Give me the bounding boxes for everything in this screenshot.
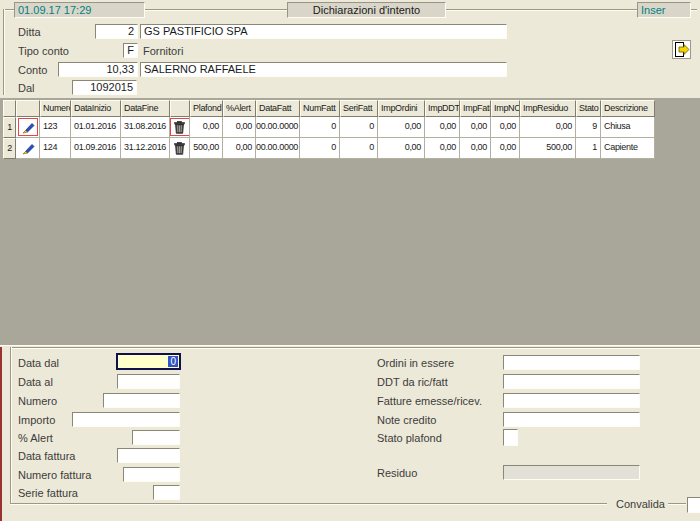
cell-stato[interactable]: 9 [576,117,601,138]
cell-descrizione[interactable]: Capiente [601,138,655,159]
filter-groupbox-bottom-border-segment [666,503,686,505]
cell-impordini[interactable]: 0,00 [378,117,425,138]
cell-datainizio[interactable]: 01.01.2016 [71,117,121,138]
col-datafatt: DataFatt [256,100,300,117]
col-impfatt: ImpFatt [460,100,491,117]
numero-label: Numero [18,395,57,407]
cell-serifatt[interactable]: 0 [340,117,378,138]
cell-plafond[interactable]: 500,00 [190,138,223,159]
note-credito-label: Note credito [377,414,436,426]
col-edit [16,100,40,117]
cell-impnc[interactable]: 0,00 [491,117,520,138]
data-fattura-input[interactable] [117,448,180,463]
tipo-conto-desc: Fornitori [143,45,183,57]
cell-impfatt[interactable]: 0,00 [460,138,491,159]
filter-groupbox-top-border [10,347,700,349]
cell-descrizione[interactable]: Chiusa [601,117,655,138]
col-alert: %Alert [223,100,256,117]
trash-icon [171,140,189,156]
numero-input[interactable] [103,393,180,408]
stato-plafond-input[interactable] [503,429,518,446]
header-groupbox-left-border [3,9,5,95]
cell-numfatt[interactable]: 0 [300,117,340,138]
col-numfatt: NumFatt [300,100,340,117]
cell-impddt[interactable]: 0,00 [425,117,460,138]
ordini-in-essere-label: Ordini in essere [377,357,454,369]
data-dal-input[interactable]: 0 [116,353,181,370]
convalida-checkbox[interactable] [687,497,700,513]
cell-datafatt[interactable]: 00.00.0000 [256,117,300,138]
col-impresiduo: ImpResiduo [520,100,576,117]
cell-datafatt[interactable]: 00.00.0000 [256,138,300,159]
col-plafond: Plafond [190,100,223,117]
cell-datafine[interactable]: 31.12.2016 [121,138,170,159]
exit-door-icon[interactable] [672,40,691,59]
table-header-row: Numero DataInizio DataFine Plafond %Aler… [3,100,655,117]
page-title: Dichiarazioni d'intento [287,2,446,18]
col-descrizione: Descrizione [601,100,655,117]
cell-impresiduo[interactable]: 500,00 [520,138,576,159]
row-number[interactable]: 1 [3,117,16,138]
timestamp: 01.09.17 17:29 [14,2,145,18]
app-window: 01.09.17 17:29 Dichiarazioni d'intento I… [0,0,700,521]
ditta-label: Ditta [18,26,41,38]
declarations-table: Numero DataInizio DataFine Plafond %Aler… [3,100,655,159]
residuo-label: Residuo [377,467,417,479]
conto-code-field[interactable]: 10,33 [58,62,138,77]
cell-impordini[interactable]: 0,00 [378,138,425,159]
grid-area: Numero DataInizio DataFine Plafond %Aler… [0,98,700,346]
dal-field[interactable]: 1092015 [72,80,137,95]
cell-stato[interactable]: 1 [576,138,601,159]
serie-fattura-input[interactable] [153,485,180,500]
tipo-conto-field[interactable]: F [123,43,138,58]
numero-fattura-label: Numero fattura [18,469,91,481]
col-stato: Stato [576,100,601,117]
col-datainizio: DataInizio [71,100,121,117]
col-impordini: ImpOrdini [378,100,425,117]
col-numero: Numero [40,100,71,117]
convalida-label: Convalida [613,498,668,510]
cell-datainizio[interactable]: 01.09.2016 [71,138,121,159]
numero-fattura-input[interactable] [123,467,180,482]
col-datafine: DataFine [121,100,170,117]
cell-numero[interactable]: 123 [40,117,71,138]
cell-numfatt[interactable]: 0 [300,138,340,159]
col-impnc: ImpNC [491,100,520,117]
ditta-name-field: GS PASTIFICIO SPA [140,24,507,39]
note-credito-input[interactable] [503,412,640,427]
cell-serifatt[interactable]: 0 [340,138,378,159]
row-number[interactable]: 2 [3,138,16,159]
importo-input[interactable] [72,412,180,427]
serie-fattura-label: Serie fattura [18,487,78,499]
delete-row-button[interactable] [170,138,190,159]
cell-impddt[interactable]: 0,00 [425,138,460,159]
col-serifatt: SeriFatt [340,100,378,117]
alert-input[interactable] [132,430,180,445]
ddt-da-ric-fatt-input[interactable] [503,374,640,389]
edit-row-button[interactable] [16,138,40,159]
window-left-edge [0,347,2,521]
filter-groupbox-left-border [10,347,12,504]
conto-name-field: SALERNO RAFFAELE [140,62,507,77]
conto-label: Conto [18,64,47,76]
cell-impnc[interactable]: 0,00 [491,138,520,159]
cell-plafond[interactable]: 0,00 [190,117,223,138]
cell-alert[interactable]: 0,00 [223,117,256,138]
cell-datafine[interactable]: 31.08.2016 [121,117,170,138]
stato-plafond-label: Stato plafond [377,432,442,444]
table-row[interactable]: 2 124 01.09.2016 31.12.2016 [3,138,655,159]
table-row[interactable]: 1 123 01.01.2016 31.08.2016 [3,117,655,138]
delete-row-button[interactable] [170,117,190,138]
data-al-input[interactable] [117,374,180,389]
data-fattura-label: Data fattura [18,450,75,462]
cell-impfatt[interactable]: 0,00 [460,117,491,138]
dal-label: Dal [18,82,35,94]
ddt-da-ric-fatt-label: DDT da ric/fatt [377,376,448,388]
edit-row-button[interactable] [16,117,40,138]
cell-impresiduo[interactable]: 0,00 [520,117,576,138]
ordini-in-essere-input[interactable] [503,355,640,370]
cell-numero[interactable]: 124 [40,138,71,159]
ditta-code-field[interactable]: 2 [95,24,138,39]
cell-alert[interactable]: 0,00 [223,138,256,159]
fatture-emesse-input[interactable] [503,393,640,408]
